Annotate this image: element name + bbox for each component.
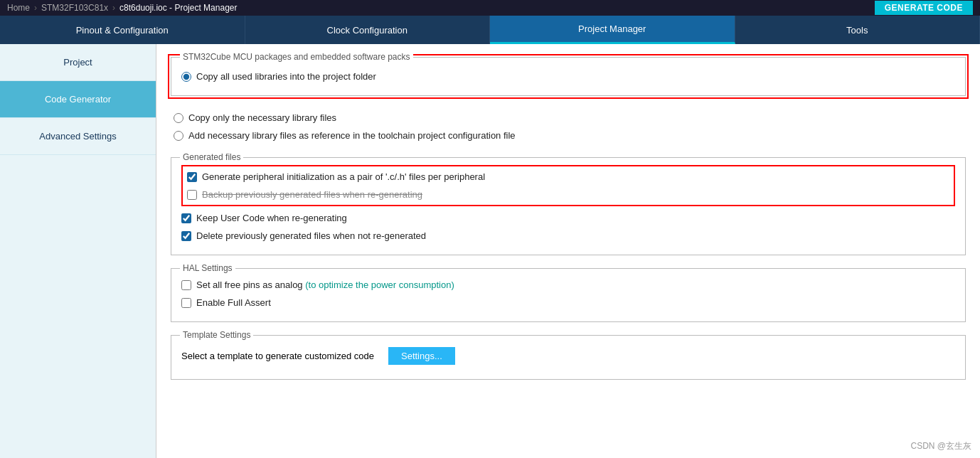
sidebar-item-advanced-settings[interactable]: Advanced Settings — [0, 118, 156, 155]
sidebar-item-code-generator[interactable]: Code Generator — [0, 81, 156, 118]
option-gen-peripheral: Generate peripheral initialization as a … — [187, 168, 949, 186]
label-delete-generated[interactable]: Delete previously generated files when n… — [196, 230, 426, 241]
breadcrumb: Home › STM32F103C81x › c8t6duoji.ioc - P… — [0, 0, 980, 16]
checkbox-gen-peripheral[interactable] — [187, 172, 197, 182]
main-layout: Project Code Generator Advanced Settings… — [0, 44, 980, 458]
breadcrumb-sep1: › — [34, 3, 37, 13]
label-copy-necessary[interactable]: Copy only the necessary library files — [188, 112, 336, 123]
tab-clock[interactable]: Clock Configuration — [245, 16, 491, 44]
tab-pinout[interactable]: Pinout & Configuration — [0, 16, 245, 44]
checkbox-backup-files[interactable] — [187, 190, 197, 200]
label-copy-all[interactable]: Copy all used libraries into the project… — [196, 71, 376, 82]
breadcrumb-mcu[interactable]: STM32F103C81x — [41, 3, 108, 13]
template-row: Select a template to generate customized… — [181, 343, 955, 369]
sidebar: Project Code Generator Advanced Settings — [0, 44, 156, 458]
radio-add-reference[interactable] — [174, 131, 183, 141]
tab-bar: Pinout & Configuration Clock Configurati… — [0, 16, 980, 44]
radio-copy-all[interactable] — [181, 72, 191, 82]
checkbox-full-assert[interactable] — [181, 298, 191, 308]
breadcrumb-project[interactable]: c8t6duoji.ioc - Project Manager — [119, 3, 237, 13]
option-copy-necessary: Copy only the necessary library files — [171, 109, 966, 127]
template-select-label: Select a template to generate customized… — [181, 351, 374, 361]
checkbox-keep-user-code[interactable] — [181, 213, 191, 223]
label-gen-peripheral[interactable]: Generate peripheral initialization as a … — [202, 171, 485, 182]
label-full-assert[interactable]: Enable Full Assert — [196, 297, 271, 308]
checkbox-free-pins[interactable] — [181, 280, 191, 290]
option-backup-files: Backup previously generated files when r… — [187, 186, 949, 203]
mcu-packages-section: STM32Cube MCU packages and embedded soft… — [171, 57, 966, 96]
option-free-pins: Set all free pins as analog (to optimize… — [181, 276, 955, 294]
generated-files-label: Generated files — [180, 152, 243, 162]
template-section: Template Settings Select a template to g… — [171, 335, 966, 380]
tab-project-manager[interactable]: Project Manager — [490, 16, 735, 44]
sidebar-item-project[interactable]: Project — [0, 44, 156, 81]
option-copy-all: Copy all used libraries into the project… — [181, 68, 955, 85]
watermark: CSDN @玄生灰 — [910, 440, 971, 452]
breadcrumb-sep2: › — [112, 3, 115, 13]
mcu-packages-label: STM32Cube MCU packages and embedded soft… — [180, 52, 413, 62]
option-delete-generated: Delete previously generated files when n… — [181, 227, 955, 245]
label-keep-user-code[interactable]: Keep User Code when re-generating — [196, 213, 347, 223]
template-settings-label: Template Settings — [180, 330, 253, 340]
tab-tools[interactable]: Tools — [735, 16, 981, 44]
option-full-assert: Enable Full Assert — [181, 294, 955, 311]
hal-settings-label: HAL Settings — [180, 263, 235, 273]
checkbox-delete-generated[interactable] — [181, 231, 191, 241]
breadcrumb-home[interactable]: Home — [7, 3, 30, 13]
option-keep-user-code: Keep User Code when re-generating — [181, 209, 955, 227]
label-backup-files[interactable]: Backup previously generated files when r… — [202, 189, 422, 200]
option-add-reference: Add necessary library files as reference… — [171, 127, 966, 144]
radio-copy-necessary[interactable] — [174, 113, 183, 123]
content-area: STM32Cube MCU packages and embedded soft… — [156, 44, 980, 458]
generate-code-button[interactable]: GENERATE CODE — [875, 1, 973, 15]
label-free-pins[interactable]: Set all free pins as analog (to optimize… — [196, 279, 454, 290]
settings-button[interactable]: Settings... — [388, 347, 455, 365]
hal-teal-text: (to optimize the power consumption) — [305, 279, 454, 290]
label-add-reference[interactable]: Add necessary library files as reference… — [188, 130, 516, 141]
